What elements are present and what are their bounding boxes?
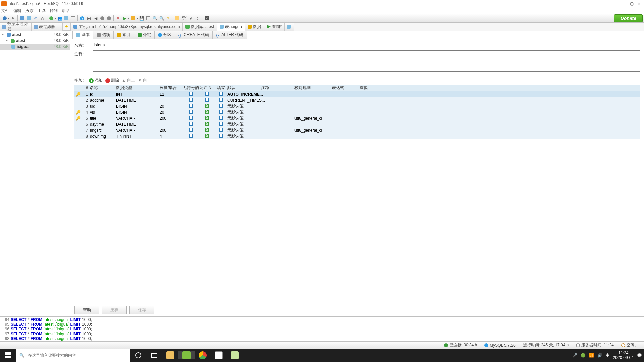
tray-mic-icon[interactable]: 🎤 [572, 353, 577, 358]
help-button[interactable]: 帮助 [74, 306, 99, 314]
column-row[interactable]: 8downimgTINYINT4无默认值 [74, 133, 640, 139]
highlight-icon[interactable]: ✎ [165, 15, 171, 21]
prev-icon[interactable]: ◀ [93, 15, 99, 21]
notepad-icon[interactable] [227, 351, 243, 359]
subtab-index[interactable]: 索引 [113, 31, 134, 39]
column-row[interactable]: 7imgsrcVARCHAR200无默认值utf8_general_ci [74, 127, 640, 133]
new-file-icon[interactable] [19, 15, 25, 21]
subtab-fk[interactable]: 外键 [134, 31, 155, 39]
menu-search[interactable]: 搜索 [25, 8, 34, 14]
add-query-tab[interactable] [284, 23, 294, 31]
export-icon[interactable] [145, 15, 151, 21]
host-tab[interactable]: 主机: rm-bp17u6honp40dx878yo.mysql.rds.ali… [70, 23, 183, 31]
tray-shield-icon[interactable]: 🟢 [581, 353, 586, 358]
users-icon[interactable]: 👥 [57, 15, 63, 21]
discard-button[interactable]: 废弃 [102, 306, 127, 314]
status-server-time: 服务器时间: 11:24 [581, 342, 614, 348]
tree-table[interactable]: ixigua 48.0 KiB [0, 44, 70, 50]
table-comment-input[interactable] [93, 50, 640, 72]
tray-sound-icon[interactable]: 🔊 [597, 353, 602, 358]
table-node-icon [11, 45, 15, 49]
title-bar: atest\atest\ixigua\ - HeidiSQL 11.0.0.59… [0, 0, 644, 7]
status-bar: 已连接: 00:34 h MySQL 5.7.26 运行时间: 245 天, 1… [0, 341, 644, 349]
record-icon[interactable] [99, 15, 105, 21]
menu-goto[interactable]: 转到 [50, 8, 58, 14]
zoom-out-icon[interactable]: 🔍 [159, 15, 165, 21]
table-tab[interactable]: 表: ixigua [217, 23, 245, 31]
maximize-button[interactable]: ▢ [628, 1, 635, 6]
start-button[interactable] [0, 349, 16, 362]
column-row[interactable]: 6daytimeDATETIME无默认值 [74, 121, 640, 127]
menu-file[interactable]: 文件 [1, 8, 9, 14]
table-icon[interactable] [63, 15, 69, 21]
subtab-options[interactable]: 选项 [93, 31, 114, 39]
data-tab[interactable]: 数据 [245, 23, 264, 31]
donate-button[interactable]: Donate [614, 14, 643, 22]
remove-column-button[interactable]: –删除 [105, 78, 119, 83]
app2-icon[interactable] [211, 351, 227, 359]
subtab-partition[interactable]: 分区 [154, 31, 175, 39]
tray-wifi-icon[interactable]: 📶 [589, 353, 594, 358]
column-row[interactable]: 🔑4vidBIGINT20无默认值 [74, 109, 640, 115]
open-file-icon[interactable] [26, 15, 32, 21]
tree-database[interactable]: ﹀ atest 48.0 KiB [0, 38, 70, 44]
chrome-icon[interactable] [195, 351, 211, 359]
column-row[interactable]: 2addtimeDATETIMECURRENT_TIMES... [74, 97, 640, 103]
calendar-icon[interactable] [70, 15, 76, 21]
db-filter-tab[interactable]: 数据库过滤器 [0, 23, 31, 31]
heidisql-task-icon[interactable] [178, 351, 195, 359]
columns-grid[interactable]: # 名称 数据类型 长度/集合 无符号的 允许 N... 填零 默认 注释 校对… [74, 85, 640, 139]
semicolon-icon[interactable]: ; [195, 15, 201, 21]
run-icon[interactable]: ▶ [122, 15, 128, 21]
tray-ime[interactable]: 中 [606, 353, 610, 358]
binary-icon[interactable]: 100010 [181, 15, 187, 21]
taskbar-search[interactable]: 🔍 在这里输入你要搜索的内容 [16, 349, 130, 362]
undo-icon[interactable]: ↶ [33, 15, 39, 21]
wrap-icon[interactable]: ↲ [188, 15, 194, 21]
zoom-in-icon[interactable]: 🔍 [152, 15, 158, 21]
column-row[interactable]: 3uidBIGINT20无默认值 [74, 103, 640, 109]
tray-clock[interactable]: 11:24 2020-09-04 [613, 351, 634, 360]
first-icon[interactable]: ⏮ [86, 15, 92, 21]
subtab-create[interactable]: {}CREATE 代码 [175, 31, 213, 39]
table-filter-tab[interactable]: 表过滤器 [31, 23, 62, 31]
object-tree[interactable]: ﹀ atest 48.0 KiB ﹀ atest 48.0 KiB ixigua… [0, 31, 70, 316]
add-column-button[interactable]: +添加 [89, 78, 103, 83]
format-icon[interactable] [174, 15, 180, 21]
move-up-button[interactable]: ▲ 向上 [122, 78, 135, 83]
move-down-button[interactable]: ▼ 向下 [138, 78, 151, 83]
explorer-icon[interactable] [162, 351, 178, 359]
menu-tools[interactable]: 工具 [38, 8, 46, 14]
refresh-icon[interactable] [48, 15, 54, 21]
database-tab[interactable]: 数据库: atest [182, 23, 217, 31]
taskview-icon[interactable] [146, 353, 162, 358]
tray-chevron-icon[interactable]: ˄ [567, 353, 569, 358]
subtab-alter[interactable]: {}ALTER 代码 [212, 31, 247, 39]
subtab-basic[interactable]: 基本 [72, 31, 93, 39]
sql-log[interactable]: 94SELECT * FROM `atest`.`ixigua` LIMIT 1… [0, 316, 644, 341]
save-icon[interactable]: 💾 [139, 15, 145, 21]
minimize-button[interactable]: — [621, 1, 628, 6]
connect-icon[interactable] [2, 15, 8, 21]
window-title: atest\atest\ixigua\ - HeidiSQL 11.0.0.59… [9, 1, 83, 6]
query-tab[interactable]: 查询* [264, 23, 285, 31]
menu-edit[interactable]: 编辑 [13, 8, 21, 14]
folder-icon[interactable] [130, 15, 136, 21]
column-row[interactable]: 🔑5titleVARCHAR200无默认值utf8_general_ci [74, 115, 640, 121]
tray-notifications-icon[interactable]: 💬 [637, 353, 642, 358]
cancel-icon[interactable]: ✕ [115, 15, 121, 21]
print-icon[interactable]: ⎙ [39, 15, 45, 21]
tree-session[interactable]: ﹀ atest 48.0 KiB [0, 32, 70, 38]
favorite-filter-tab[interactable]: ★ [62, 23, 70, 31]
edit-icon[interactable]: ✎ [10, 15, 16, 21]
close-button[interactable]: ✕ [635, 1, 643, 6]
help-icon[interactable]: ? [79, 15, 85, 21]
exit-icon[interactable]: ✕ [204, 15, 210, 21]
stop-icon[interactable] [106, 15, 112, 21]
save-button[interactable]: 保存 [129, 306, 154, 314]
menu-help[interactable]: 帮助 [62, 8, 70, 14]
table-name-input[interactable] [93, 42, 640, 48]
status-idle: 空闲。 [627, 342, 639, 348]
cortana-icon[interactable] [130, 352, 146, 358]
column-row[interactable]: 🔑1idINT11AUTO_INCREME... [74, 91, 640, 97]
